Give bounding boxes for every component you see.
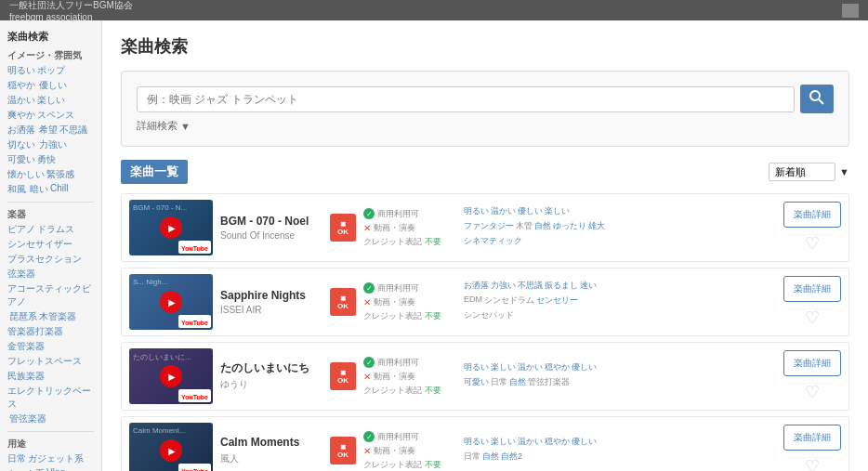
tag[interactable]: 楽しい <box>491 436 516 448</box>
tag-strong[interactable]: 力強い <box>39 138 67 151</box>
tag[interactable]: 自然 <box>509 376 526 388</box>
tag-gentle[interactable]: 優しい <box>39 79 67 92</box>
favorite-button[interactable]: ♡ <box>805 382 820 402</box>
tag-fresh[interactable]: 爽やか <box>7 109 35 122</box>
tag-dark[interactable]: 暗い <box>30 183 48 196</box>
tag[interactable]: 明るい <box>464 436 489 448</box>
tag-fun[interactable]: 楽しい <box>37 94 65 107</box>
tag-piano[interactable]: ピアノ <box>7 223 35 236</box>
tag[interactable]: 自然2 <box>501 451 522 463</box>
tag-brave[interactable]: 勇快 <box>37 153 56 166</box>
tag[interactable]: ゆったり <box>553 220 586 232</box>
tag-acoustic-piano[interactable]: アコースティックピアノ <box>7 282 94 308</box>
tag[interactable]: 不思議 <box>518 280 543 292</box>
ok-button[interactable]: ■ OK <box>330 214 356 242</box>
tag[interactable]: 自然 <box>482 451 499 463</box>
tag-suspense[interactable]: スペンス <box>37 109 74 122</box>
tag-wind[interactable]: 管楽器打楽器 <box>7 325 63 338</box>
tag-stylish[interactable]: お洒落 <box>7 124 35 137</box>
tag-tension[interactable]: 緊張感 <box>46 168 74 181</box>
tag-bass[interactable]: エレクトリックベース <box>7 385 94 411</box>
tag[interactable]: 自然 <box>534 220 551 232</box>
tag-synth[interactable]: シンセサイザー <box>7 238 72 251</box>
ok-button[interactable]: ■ OK <box>330 362 356 390</box>
tag-mysterious[interactable]: 不思議 <box>59 124 87 137</box>
search-button[interactable] <box>800 85 834 113</box>
tag-talk[interactable]: トーク系 <box>7 467 45 471</box>
tag-gadget[interactable]: ガジェット系 <box>28 452 84 465</box>
tag[interactable]: センセリー <box>536 294 578 307</box>
tag[interactable]: 優しい <box>572 436 597 448</box>
tag-calm[interactable]: 穏やか <box>7 79 35 92</box>
x-icon: ✕ <box>363 372 371 382</box>
tag[interactable]: 振るまし <box>545 280 578 292</box>
credit-row: クレジット表記 不要 <box>363 310 456 322</box>
tag-folk[interactable]: 民族楽器 <box>7 370 45 383</box>
tag-drums[interactable]: ドラムス <box>37 223 74 236</box>
tag-orchestra[interactable]: 管弦楽器 <box>9 412 46 425</box>
tag-nostalgic[interactable]: 懐かしい <box>7 168 45 181</box>
detail-button[interactable]: 楽曲詳細 <box>783 276 841 302</box>
tag[interactable]: 優しい <box>518 205 543 217</box>
track-thumbnail: BGM - 070 - N... ▶ YouTube <box>129 200 213 255</box>
detail-button[interactable]: 楽曲詳細 <box>783 202 841 228</box>
play-button[interactable]: ▶ <box>160 291 182 313</box>
track-info: たのしいまいにち ゆうり <box>220 361 322 391</box>
youtube-overlay: YouTube <box>178 389 211 402</box>
search-input[interactable] <box>137 86 795 112</box>
tag-chill[interactable]: Chill <box>50 183 68 196</box>
tag-brass[interactable]: ブラスセクション <box>7 253 82 266</box>
tag-warm[interactable]: 温かい <box>7 94 35 107</box>
tag-strings[interactable]: 弦楽器 <box>7 268 35 281</box>
tag-bright[interactable]: 明るい <box>7 64 35 77</box>
tag[interactable]: 穏やか <box>545 436 570 448</box>
ok-button[interactable]: ■ OK <box>330 288 356 316</box>
play-button[interactable]: ▶ <box>160 216 182 239</box>
detail-button[interactable]: 楽曲詳細 <box>783 350 841 376</box>
tag[interactable]: 雄大 <box>588 220 605 232</box>
favorite-button[interactable]: ♡ <box>805 233 820 254</box>
tag-pop[interactable]: ポップ <box>37 64 65 77</box>
tag-brass2[interactable]: 金管楽器 <box>7 340 45 353</box>
ok-button[interactable]: ■ OK <box>330 437 356 464</box>
tag-cute[interactable]: 可愛い <box>7 153 35 166</box>
tag-hope[interactable]: 希望 <box>39 124 58 137</box>
tag-vlog[interactable]: Vlog <box>46 467 65 471</box>
tag[interactable]: 明るい <box>464 361 489 373</box>
tag-fret[interactable]: フレットスペース <box>7 355 82 368</box>
tag[interactable]: 速い <box>580 280 597 292</box>
tag[interactable]: 優しい <box>572 361 597 373</box>
tag-sad[interactable]: 切ない <box>7 138 35 151</box>
sort-select[interactable]: 新着順 人気順 ランダム <box>769 163 835 181</box>
tag[interactable]: 楽しい <box>491 361 516 373</box>
tag[interactable]: 力強い <box>491 280 516 292</box>
play-icon: ▶ <box>168 223 176 233</box>
tag-genre: 管弦打楽器 <box>528 376 570 388</box>
top-bar-right <box>842 4 859 18</box>
play-button[interactable]: ▶ <box>160 439 182 462</box>
tag[interactable]: お洒落 <box>464 280 489 292</box>
tag[interactable]: シネマティック <box>464 235 522 247</box>
tag[interactable]: 楽しい <box>545 205 570 217</box>
track-title: Sapphire Nights <box>220 289 322 304</box>
advanced-search-toggle[interactable]: 詳細検索 ▼ <box>137 119 834 133</box>
tag[interactable]: 明るい <box>464 205 489 217</box>
tag[interactable]: 温かい <box>518 361 543 373</box>
tag[interactable]: 可愛い <box>464 376 489 388</box>
tag-daily[interactable]: 日常 <box>7 452 26 465</box>
tag[interactable]: 穏やか <box>545 361 570 373</box>
top-bar-dropdown[interactable] <box>842 4 859 18</box>
credit-row: クレジット表記 不要 <box>363 236 456 248</box>
play-button[interactable]: ▶ <box>160 365 182 387</box>
favorite-button[interactable]: ♡ <box>805 456 820 471</box>
tag[interactable]: 温かい <box>518 436 543 448</box>
ok-badge: ■ OK <box>330 214 356 242</box>
detail-button[interactable]: 楽曲詳細 <box>783 425 841 451</box>
tag-biwa[interactable]: 琵琶系 <box>9 310 37 323</box>
favorite-button[interactable]: ♡ <box>805 307 820 328</box>
tag-genre: EDM <box>464 294 482 307</box>
tag[interactable]: ファンタジー <box>464 220 514 232</box>
tag-japanese[interactable]: 和風 <box>7 183 26 196</box>
tag[interactable]: 温かい <box>491 205 516 217</box>
tag-woodwind[interactable]: 木管楽器 <box>39 310 76 323</box>
